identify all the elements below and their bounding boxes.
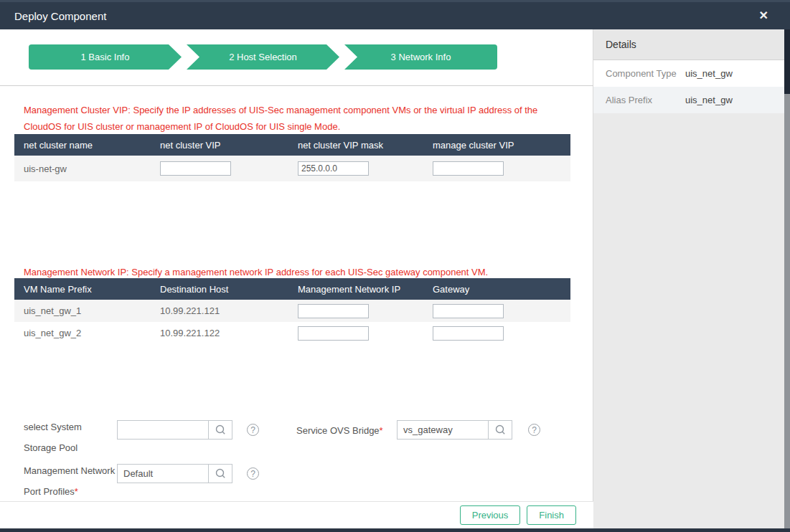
cluster-vip-note: Management Cluster VIP: Specify the IP a…	[24, 102, 549, 135]
column-header: net cluster VIP	[160, 140, 298, 151]
search-icon	[495, 424, 506, 435]
table-row: uis_net_gw_1 10.99.221.121	[14, 300, 570, 322]
ovs-bridge-help-icon[interactable]: ?	[528, 424, 540, 436]
column-header: net cluster VIP mask	[298, 140, 433, 151]
dialog-title: Deploy Component	[14, 10, 106, 22]
management-network-table: VM Name Prefix Destination Host Manageme…	[14, 278, 570, 344]
details-panel-title: Details	[593, 29, 784, 60]
column-header: Gateway	[433, 284, 570, 295]
storage-pool-label-line2: Storage Pool	[24, 437, 82, 458]
scrollbar-thumb[interactable]	[784, 29, 790, 94]
management-network-table-header: VM Name Prefix Destination Host Manageme…	[14, 278, 570, 300]
mgmt-network-input[interactable]	[117, 464, 208, 483]
close-icon[interactable]: ✕	[759, 10, 768, 22]
destination-host-cell: 10.99.221.122	[160, 328, 298, 338]
required-asterisk: *	[75, 486, 78, 497]
management-network-ip-input[interactable]	[298, 326, 369, 341]
cluster-vip-table-header: net cluster name net cluster VIP net clu…	[14, 134, 570, 156]
mgmt-network-label: Management Network Port Profiles*	[24, 460, 115, 502]
search-icon	[215, 424, 226, 435]
management-network-ip-input[interactable]	[298, 304, 369, 318]
detail-label: Component Type	[606, 68, 685, 79]
vm-name-prefix-cell: uis_net_gw_2	[24, 328, 160, 338]
cluster-vip-table: net cluster name net cluster VIP net clu…	[14, 134, 570, 181]
storage-pool-field	[117, 420, 232, 440]
net-cluster-vip-mask-input[interactable]	[298, 161, 369, 176]
column-header: net cluster name	[24, 140, 160, 151]
background-page-bottom-edge	[0, 528, 790, 532]
ovs-bridge-label-text: Service OVS Bridge	[296, 425, 380, 436]
detail-row-alias-prefix: Alias Prefix uis_net_gw	[593, 87, 784, 113]
wizard-step-network-info[interactable]: 3 Network Info	[344, 44, 497, 70]
wizard-steps: 1 Basic Info 2 Host Selection 3 Network …	[29, 44, 497, 70]
gateway-input[interactable]	[433, 326, 504, 341]
column-header: Destination Host	[160, 284, 298, 295]
storage-pool-label: select System Storage Pool	[24, 417, 82, 458]
ovs-bridge-input[interactable]	[397, 420, 488, 440]
mgmt-network-label-line1: Management Network	[24, 460, 115, 481]
ovs-bridge-label: Service OVS Bridge*	[296, 420, 383, 441]
mgmt-network-label-line2-text: Port Profiles	[24, 486, 75, 497]
search-icon	[215, 468, 226, 479]
deploy-component-dialog: Deploy Component ✕ 1 Basic Info 2 Host S…	[0, 0, 790, 532]
dialog-footer: Previous Finish	[0, 501, 593, 528]
finish-button[interactable]: Finish	[527, 505, 576, 525]
column-header: manage cluster VIP	[433, 140, 570, 151]
detail-value: uis_net_gw	[685, 68, 733, 79]
storage-pool-search-button[interactable]	[208, 420, 232, 440]
storage-pool-input[interactable]	[117, 420, 208, 440]
storage-pool-label-line1: select System	[24, 417, 82, 437]
net-cluster-name-cell: uis-net-gw	[24, 163, 160, 174]
detail-row-component-type: Component Type uis_net_gw	[593, 60, 784, 87]
table-row: uis_net_gw_2 10.99.221.122	[14, 322, 570, 344]
ovs-bridge-field	[397, 420, 512, 440]
wizard-step-host-selection[interactable]: 2 Host Selection	[187, 44, 339, 70]
detail-value: uis_net_gw	[685, 95, 733, 105]
page-scrollbar[interactable]	[784, 29, 790, 532]
required-asterisk: *	[380, 425, 383, 436]
ovs-bridge-search-button[interactable]	[488, 420, 512, 440]
mgmt-network-help-icon[interactable]: ?	[247, 467, 259, 480]
wizard-step-basic-info[interactable]: 1 Basic Info	[29, 44, 182, 70]
detail-label: Alias Prefix	[606, 95, 685, 105]
gateway-input[interactable]	[433, 304, 504, 318]
storage-pool-help-icon[interactable]: ?	[247, 424, 259, 436]
table-row: uis-net-gw	[14, 156, 570, 181]
net-cluster-vip-input[interactable]	[160, 161, 231, 176]
previous-button[interactable]: Previous	[460, 505, 521, 525]
wizard-divider	[0, 85, 593, 86]
mgmt-network-search-button[interactable]	[208, 464, 232, 483]
mgmt-network-label-line2: Port Profiles*	[24, 481, 115, 502]
manage-cluster-vip-input[interactable]	[433, 161, 504, 176]
column-header: VM Name Prefix	[24, 284, 160, 295]
destination-host-cell: 10.99.221.121	[160, 305, 298, 316]
dialog-content: 1 Basic Info 2 Host Selection 3 Network …	[0, 29, 593, 501]
dialog-titlebar: Deploy Component ✕	[0, 2, 790, 29]
vm-name-prefix-cell: uis_net_gw_1	[24, 305, 160, 316]
details-panel: Details Component Type uis_net_gw Alias …	[593, 29, 784, 532]
mgmt-network-field	[117, 464, 232, 483]
column-header: Management Network IP	[298, 284, 433, 295]
